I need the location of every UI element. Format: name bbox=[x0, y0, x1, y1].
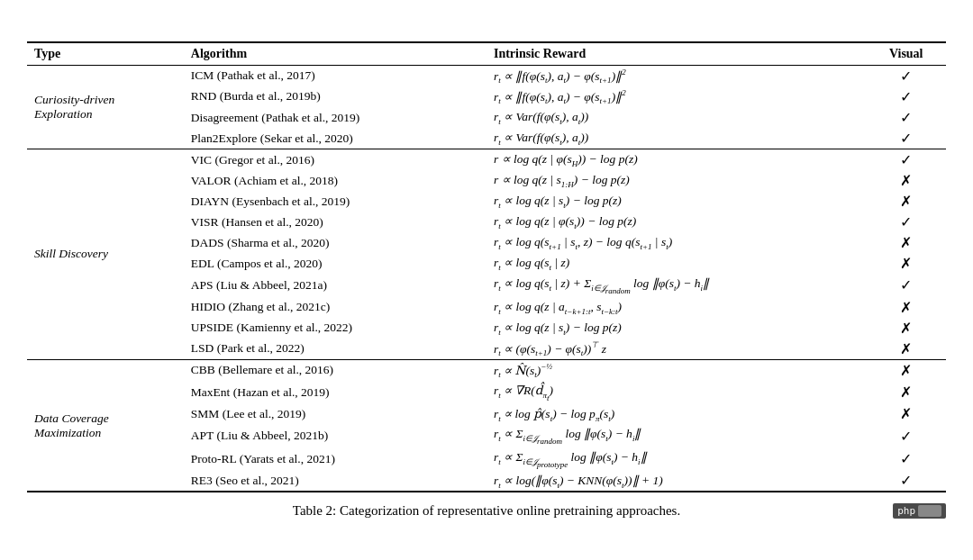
cross-icon: ✗ bbox=[900, 300, 912, 315]
cross-icon: ✗ bbox=[900, 384, 912, 400]
algo-cell: Disagreement (Pathak et al., 2019) bbox=[184, 107, 486, 128]
table-row: Skill DiscoveryVIC (Gregor et al., 2016)… bbox=[27, 149, 946, 171]
cross-icon: ✗ bbox=[900, 406, 912, 421]
visual-cell: ✓ bbox=[866, 212, 946, 232]
visual-cell: ✓ bbox=[866, 86, 946, 107]
type-cell: Curiosity-drivenExploration bbox=[27, 65, 184, 149]
reward-cell: rt ∝ ‖f(φ(st), at) − φ(st+1)‖2 bbox=[486, 86, 866, 107]
visual-cell: ✗ bbox=[866, 232, 946, 253]
cross-icon: ✗ bbox=[900, 194, 912, 209]
reward-cell: r ∝ log q(z | s1:H) − log p(z) bbox=[486, 170, 866, 191]
reward-cell: rt ∝ log p̂(st) − log pπ(st) bbox=[486, 403, 866, 424]
php-badge: php bbox=[893, 503, 946, 519]
cross-icon: ✗ bbox=[900, 363, 912, 378]
check-icon: ✓ bbox=[900, 451, 912, 466]
cross-icon: ✗ bbox=[900, 341, 912, 357]
visual-cell: ✗ bbox=[866, 318, 946, 339]
check-icon: ✓ bbox=[900, 89, 912, 104]
reward-cell: rt ∝ log q(st | z) + Σi∈𝒥random log ‖φ(s… bbox=[486, 274, 866, 296]
algo-cell: Plan2Explore (Sekar et al., 2020) bbox=[184, 128, 486, 149]
col-header-visual: Visual bbox=[866, 42, 946, 66]
visual-cell: ✗ bbox=[866, 297, 946, 318]
algo-cell: MaxEnt (Hazan et al., 2019) bbox=[184, 381, 486, 403]
visual-cell: ✓ bbox=[866, 274, 946, 296]
visual-cell: ✗ bbox=[866, 191, 946, 212]
cross-icon: ✗ bbox=[900, 321, 912, 336]
check-icon: ✓ bbox=[900, 473, 912, 488]
algo-cell: DIAYN (Eysenbach et al., 2019) bbox=[184, 191, 486, 212]
check-icon: ✓ bbox=[900, 131, 912, 146]
col-header-reward: Intrinsic Reward bbox=[486, 42, 866, 66]
algo-cell: HIDIO (Zhang et al., 2021c) bbox=[184, 297, 486, 318]
algo-cell: Proto-RL (Yarats et al., 2021) bbox=[184, 447, 486, 470]
reward-cell: rt ∝ Var(f(φ(st), at)) bbox=[486, 128, 866, 149]
reward-cell: rt ∝ log q(z | st) − log p(z) bbox=[486, 318, 866, 339]
cross-icon: ✗ bbox=[900, 235, 912, 250]
check-icon: ✓ bbox=[900, 277, 912, 293]
algo-cell: RND (Burda et al., 2019b) bbox=[184, 86, 486, 107]
table-wrapper: Type Algorithm Intrinsic Reward Visual C… bbox=[27, 41, 946, 519]
reward-cell: r ∝ log q(z | φ(sH)) − log p(z) bbox=[486, 149, 866, 171]
visual-cell: ✓ bbox=[866, 470, 946, 492]
check-icon: ✓ bbox=[900, 152, 912, 167]
php-badge-inner bbox=[918, 505, 941, 517]
algo-cell: SMM (Lee et al., 2019) bbox=[184, 403, 486, 424]
cross-icon: ✗ bbox=[900, 256, 912, 271]
algo-cell: EDL (Campos et al., 2020) bbox=[184, 253, 486, 274]
algo-cell: UPSIDE (Kamienny et al., 2022) bbox=[184, 318, 486, 339]
visual-cell: ✓ bbox=[866, 107, 946, 128]
check-icon: ✓ bbox=[900, 68, 912, 84]
visual-cell: ✓ bbox=[866, 65, 946, 86]
main-table: Type Algorithm Intrinsic Reward Visual C… bbox=[27, 41, 946, 493]
check-icon: ✓ bbox=[900, 110, 912, 125]
visual-cell: ✓ bbox=[866, 128, 946, 149]
algo-cell: APT (Liu & Abbeel, 2021b) bbox=[184, 424, 486, 447]
reward-cell: rt ∝ (φ(st+1) − φ(st))⊤ z bbox=[486, 339, 866, 360]
visual-cell: ✗ bbox=[866, 381, 946, 403]
col-header-algorithm: Algorithm bbox=[184, 42, 486, 66]
reward-cell: rt ∝ Σi∈𝒥prototype log ‖φ(st) − hi‖ bbox=[486, 447, 866, 470]
check-icon: ✓ bbox=[900, 429, 912, 444]
reward-cell: rt ∝ log q(z | st) − log p(z) bbox=[486, 191, 866, 212]
algo-cell: DADS (Sharma et al., 2020) bbox=[184, 232, 486, 253]
visual-cell: ✗ bbox=[866, 359, 946, 381]
table-row: Data CoverageMaximizationCBB (Bellemare … bbox=[27, 359, 946, 381]
reward-cell: rt ∝ log q(st+1 | st, z) − log q(st+1 | … bbox=[486, 232, 866, 253]
type-cell: Data CoverageMaximization bbox=[27, 359, 184, 492]
algo-cell: VISR (Hansen et al., 2020) bbox=[184, 212, 486, 232]
visual-cell: ✓ bbox=[866, 424, 946, 447]
reward-cell: rt ∝ log q(z | φ(st)) − log p(z) bbox=[486, 212, 866, 232]
reward-cell: rt ∝ ‖f(φ(st), at) − φ(st+1)‖2 bbox=[486, 65, 866, 86]
table-row: Curiosity-drivenExplorationICM (Pathak e… bbox=[27, 65, 946, 86]
table-caption: Table 2: Categorization of representativ… bbox=[293, 503, 680, 519]
reward-cell: rt ∝ log(‖φ(st) − KNN(φ(st))‖ + 1) bbox=[486, 470, 866, 492]
visual-cell: ✗ bbox=[866, 403, 946, 424]
table-header-row: Type Algorithm Intrinsic Reward Visual bbox=[27, 42, 946, 66]
col-header-type: Type bbox=[27, 42, 184, 66]
algo-cell: ICM (Pathak et al., 2017) bbox=[184, 65, 486, 86]
algo-cell: RE3 (Seo et al., 2021) bbox=[184, 470, 486, 492]
reward-cell: rt ∝ Σi∈𝒥random log ‖φ(st) − hi‖ bbox=[486, 424, 866, 447]
algo-cell: VIC (Gregor et al., 2016) bbox=[184, 149, 486, 171]
reward-cell: rt ∝ N̂(st)−½ bbox=[486, 359, 866, 381]
cross-icon: ✗ bbox=[900, 173, 912, 188]
algo-cell: LSD (Park et al., 2022) bbox=[184, 339, 486, 360]
reward-cell: rt ∝ Var(f(φ(st), at)) bbox=[486, 107, 866, 128]
type-cell: Skill Discovery bbox=[27, 149, 184, 360]
visual-cell: ✗ bbox=[866, 339, 946, 360]
check-icon: ✓ bbox=[900, 214, 912, 230]
algo-cell: VALOR (Achiam et al., 2018) bbox=[184, 170, 486, 191]
algo-cell: CBB (Bellemare et al., 2016) bbox=[184, 359, 486, 381]
caption-row: Table 2: Categorization of representativ… bbox=[27, 503, 946, 519]
reward-cell: rt ∝ ∇R(d̂πt) bbox=[486, 381, 866, 403]
visual-cell: ✗ bbox=[866, 170, 946, 191]
visual-cell: ✓ bbox=[866, 149, 946, 171]
reward-cell: rt ∝ log q(z | at−k+1:t, st−k:t) bbox=[486, 297, 866, 318]
algo-cell: APS (Liu & Abbeel, 2021a) bbox=[184, 274, 486, 296]
visual-cell: ✗ bbox=[866, 253, 946, 274]
visual-cell: ✓ bbox=[866, 447, 946, 470]
reward-cell: rt ∝ log q(st | z) bbox=[486, 253, 866, 274]
